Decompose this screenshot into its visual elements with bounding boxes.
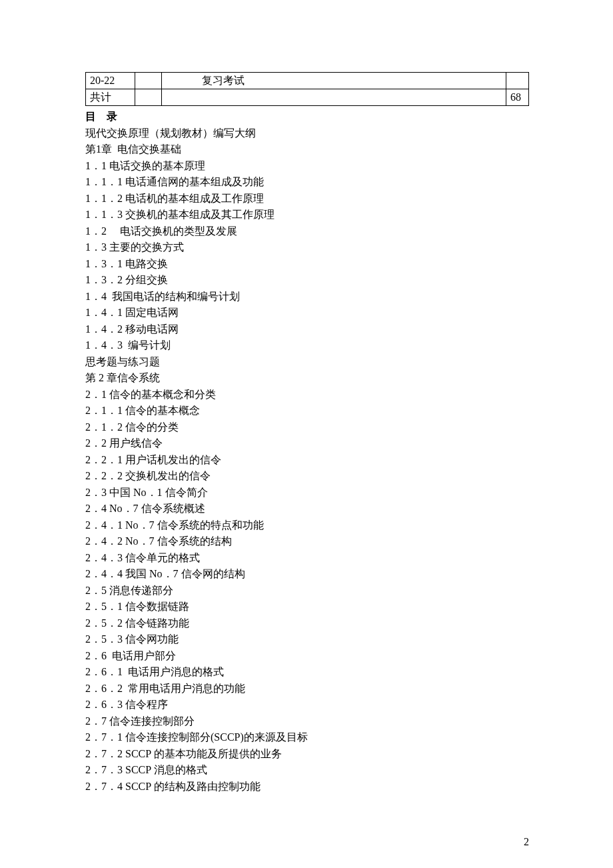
- toc-line: 2．4．2 No．7 信令系统的结构: [85, 533, 529, 550]
- toc-line: 2．5．1 信令数据链路: [85, 599, 529, 615]
- toc-line: 1．1．1 电话通信网的基本组成及功能: [85, 174, 529, 191]
- toc-line: 2．5 消息传递部分: [85, 583, 529, 599]
- toc-line: 1．4．2 移动电话网: [85, 321, 529, 338]
- toc-line: 1．2 电话交换机的类型及发展: [85, 223, 529, 240]
- document-page: 20-22复习考试共计68 目录 现代交换原理（规划教材）编写大纲第1章 电信交…: [0, 0, 613, 795]
- toc-line: 2．6．1 电话用户消息的格式: [85, 664, 529, 681]
- toc-line: 2．1 信令的基本概念和分类: [85, 387, 529, 403]
- table-cell: [135, 73, 162, 89]
- toc-line: 2．5．2 信令链路功能: [85, 615, 529, 632]
- table-cell: 复习考试: [162, 73, 506, 89]
- table-row: 共计68: [86, 89, 529, 106]
- toc-line: 1．3．2 分组交换: [85, 272, 529, 289]
- toc-line: 2．4．4 我国 No．7 信令网的结构: [85, 566, 529, 583]
- toc-line: 第 2 章信令系统: [85, 370, 529, 387]
- toc-line: 2．5．3 信令网功能: [85, 631, 529, 648]
- table-cell: [506, 73, 529, 89]
- toc-list: 现代交换原理（规划教材）编写大纲第1章 电信交换基础1．1 电话交换的基本原理1…: [85, 125, 529, 795]
- toc-line: 1．4．1 固定电话网: [85, 305, 529, 321]
- toc-line: 1．3．1 电路交换: [85, 256, 529, 273]
- toc-line: 2．2．1 用户话机发出的信令: [85, 452, 529, 469]
- toc-line: 1．1．3 交换机的基本组成及其工作原理: [85, 207, 529, 223]
- toc-line: 2．1．2 信令的分类: [85, 419, 529, 436]
- toc-line: 2．4 No．7 信令系统概述: [85, 501, 529, 517]
- toc-line: 1．1 电话交换的基本原理: [85, 158, 529, 175]
- table-cell: 20-22: [86, 73, 135, 89]
- toc-line: 1．1．2 电话机的基本组成及工作原理: [85, 191, 529, 207]
- toc-line: 2．3 中国 No．1 信令简介: [85, 485, 529, 501]
- schedule-table: 20-22复习考试共计68: [85, 72, 529, 106]
- page-number: 2: [524, 836, 529, 848]
- toc-heading: 目录: [85, 109, 529, 125]
- toc-line: 2．7 信令连接控制部分: [85, 713, 529, 730]
- toc-line: 现代交换原理（规划教材）编写大纲: [85, 125, 529, 142]
- toc-line: 2．1．1 信令的基本概念: [85, 403, 529, 419]
- table-cell: 共计: [86, 89, 135, 106]
- table-cell: [135, 89, 162, 106]
- table-cell: 68: [506, 89, 529, 106]
- toc-line: 2．2 用户线信令: [85, 435, 529, 452]
- toc-line: 2．7．4 SCCP 的结构及路由控制功能: [85, 779, 529, 795]
- table-row: 20-22复习考试: [86, 73, 529, 89]
- toc-line: 2．7．1 信令连接控制部分(SCCP)的来源及目标: [85, 729, 529, 746]
- toc-line: 1．4．3 编号计划: [85, 337, 529, 354]
- table-cell: [162, 89, 506, 106]
- toc-line: 思考题与练习题: [85, 354, 529, 371]
- toc-line: 2．4．3 信令单元的格式: [85, 550, 529, 567]
- toc-line: 2．6．3 信令程序: [85, 697, 529, 713]
- toc-line: 1．4 我国电话的结构和编号计划: [85, 289, 529, 305]
- toc-line: 2．4．1 No．7 信令系统的特点和功能: [85, 517, 529, 534]
- toc-line: 2．7．3 SCCP 消息的格式: [85, 762, 529, 779]
- toc-line: 2．2．2 交换机发出的信令: [85, 468, 529, 485]
- toc-line: 第1章 电信交换基础: [85, 141, 529, 158]
- toc-line: 1．3 主要的交换方式: [85, 239, 529, 256]
- toc-line: 2．6．2 常用电话用户消息的功能: [85, 681, 529, 697]
- toc-line: 2．6 电话用户部分: [85, 648, 529, 665]
- toc-line: 2．7．2 SCCP 的基本功能及所提供的业务: [85, 746, 529, 763]
